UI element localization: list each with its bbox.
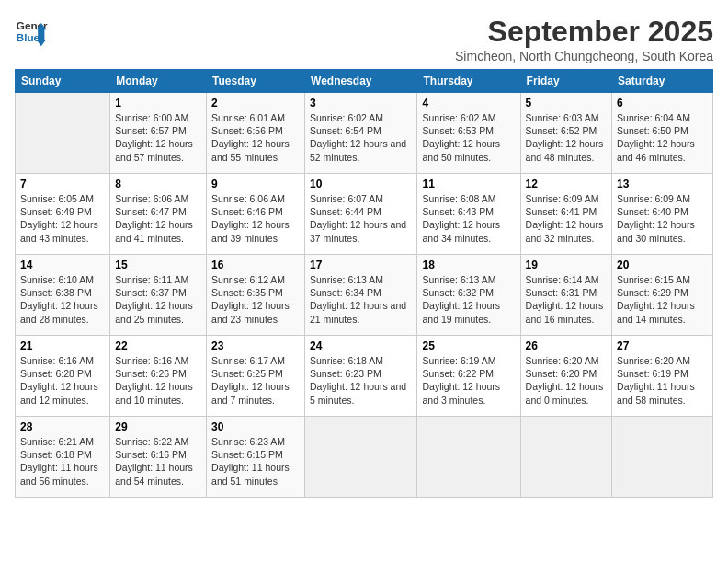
day-number: 18 (422, 259, 515, 271)
header-tuesday: Tuesday (207, 70, 305, 93)
calendar-cell: 13Sunrise: 6:09 AM Sunset: 6:40 PM Dayli… (612, 174, 713, 255)
day-number: 27 (617, 339, 708, 352)
header-sunday: Sunday (16, 70, 110, 93)
calendar-cell: 6Sunrise: 6:04 AM Sunset: 6:50 PM Daylig… (612, 93, 713, 174)
day-number: 17 (310, 259, 412, 271)
calendar-cell: 25Sunrise: 6:19 AM Sunset: 6:22 PM Dayli… (417, 336, 520, 417)
calendar-table: SundayMondayTuesdayWednesdayThursdayFrid… (15, 69, 713, 498)
day-info: Sunrise: 6:11 AM Sunset: 6:37 PM Dayligh… (115, 273, 201, 326)
calendar-cell: 27Sunrise: 6:20 AM Sunset: 6:19 PM Dayli… (612, 336, 713, 417)
subtitle: Simcheon, North Chungcheong, South Korea (455, 49, 713, 63)
day-number: 7 (20, 178, 105, 190)
day-info: Sunrise: 6:07 AM Sunset: 6:44 PM Dayligh… (310, 192, 412, 245)
day-number: 5 (526, 97, 607, 109)
header-monday: Monday (110, 70, 207, 93)
day-number: 16 (211, 259, 300, 271)
day-number: 19 (526, 259, 607, 271)
day-number: 6 (617, 97, 708, 109)
calendar-week-4: 21Sunrise: 6:16 AM Sunset: 6:28 PM Dayli… (16, 336, 713, 417)
day-info: Sunrise: 6:16 AM Sunset: 6:28 PM Dayligh… (20, 354, 105, 407)
day-number: 22 (115, 339, 201, 352)
day-info: Sunrise: 6:13 AM Sunset: 6:34 PM Dayligh… (310, 273, 412, 326)
calendar-cell: 12Sunrise: 6:09 AM Sunset: 6:41 PM Dayli… (520, 174, 611, 255)
day-number: 24 (310, 339, 412, 352)
day-info: Sunrise: 6:04 AM Sunset: 6:50 PM Dayligh… (617, 111, 708, 164)
header-thursday: Thursday (417, 70, 520, 93)
day-info: Sunrise: 6:12 AM Sunset: 6:35 PM Dayligh… (211, 273, 300, 326)
day-info: Sunrise: 6:06 AM Sunset: 6:47 PM Dayligh… (115, 192, 201, 245)
calendar-cell: 23Sunrise: 6:17 AM Sunset: 6:25 PM Dayli… (207, 336, 305, 417)
calendar-cell: 14Sunrise: 6:10 AM Sunset: 6:38 PM Dayli… (16, 255, 110, 336)
day-number: 15 (115, 259, 201, 271)
day-info: Sunrise: 6:08 AM Sunset: 6:43 PM Dayligh… (422, 192, 515, 245)
day-number: 13 (617, 178, 708, 190)
day-number: 2 (211, 97, 300, 109)
svg-text:Blue: Blue (17, 31, 40, 43)
day-info: Sunrise: 6:02 AM Sunset: 6:53 PM Dayligh… (422, 111, 515, 164)
day-info: Sunrise: 6:14 AM Sunset: 6:31 PM Dayligh… (526, 273, 607, 326)
calendar-cell: 19Sunrise: 6:14 AM Sunset: 6:31 PM Dayli… (520, 255, 611, 336)
day-info: Sunrise: 6:20 AM Sunset: 6:19 PM Dayligh… (617, 354, 708, 407)
calendar-week-3: 14Sunrise: 6:10 AM Sunset: 6:38 PM Dayli… (16, 255, 713, 336)
calendar-cell: 8Sunrise: 6:06 AM Sunset: 6:47 PM Daylig… (110, 174, 207, 255)
calendar-cell: 5Sunrise: 6:03 AM Sunset: 6:52 PM Daylig… (520, 93, 611, 174)
calendar-cell (16, 93, 110, 174)
calendar-cell: 11Sunrise: 6:08 AM Sunset: 6:43 PM Dayli… (417, 174, 520, 255)
day-info: Sunrise: 6:15 AM Sunset: 6:29 PM Dayligh… (617, 273, 708, 326)
day-info: Sunrise: 6:09 AM Sunset: 6:41 PM Dayligh… (526, 192, 607, 245)
calendar-cell: 9Sunrise: 6:06 AM Sunset: 6:46 PM Daylig… (207, 174, 305, 255)
calendar-cell (417, 417, 520, 498)
calendar-cell: 17Sunrise: 6:13 AM Sunset: 6:34 PM Dayli… (305, 255, 417, 336)
day-info: Sunrise: 6:23 AM Sunset: 6:15 PM Dayligh… (211, 435, 300, 488)
day-info: Sunrise: 6:05 AM Sunset: 6:49 PM Dayligh… (20, 192, 105, 245)
day-info: Sunrise: 6:21 AM Sunset: 6:18 PM Dayligh… (20, 435, 105, 488)
calendar-cell: 28Sunrise: 6:21 AM Sunset: 6:18 PM Dayli… (16, 417, 110, 498)
day-number: 20 (617, 259, 708, 271)
calendar-cell: 22Sunrise: 6:16 AM Sunset: 6:26 PM Dayli… (110, 336, 207, 417)
calendar-cell: 16Sunrise: 6:12 AM Sunset: 6:35 PM Dayli… (207, 255, 305, 336)
day-info: Sunrise: 6:20 AM Sunset: 6:20 PM Dayligh… (526, 354, 607, 407)
calendar-body: 1Sunrise: 6:00 AM Sunset: 6:57 PM Daylig… (16, 93, 713, 498)
day-number: 1 (115, 97, 201, 109)
calendar-cell: 2Sunrise: 6:01 AM Sunset: 6:56 PM Daylig… (207, 93, 305, 174)
calendar-header-row: SundayMondayTuesdayWednesdayThursdayFrid… (16, 70, 713, 93)
calendar-cell: 20Sunrise: 6:15 AM Sunset: 6:29 PM Dayli… (612, 255, 713, 336)
day-number: 25 (422, 339, 515, 352)
calendar-cell (520, 417, 611, 498)
day-number: 11 (422, 178, 515, 190)
day-info: Sunrise: 6:13 AM Sunset: 6:32 PM Dayligh… (422, 273, 515, 326)
header-saturday: Saturday (612, 70, 713, 93)
day-info: Sunrise: 6:03 AM Sunset: 6:52 PM Dayligh… (526, 111, 607, 164)
day-number: 12 (526, 178, 607, 190)
day-number: 8 (115, 178, 201, 190)
title-area: September 2025 Simcheon, North Chungcheo… (455, 15, 713, 63)
calendar-cell: 4Sunrise: 6:02 AM Sunset: 6:53 PM Daylig… (417, 93, 520, 174)
day-number: 21 (20, 339, 105, 352)
day-number: 10 (310, 178, 412, 190)
day-info: Sunrise: 6:00 AM Sunset: 6:57 PM Dayligh… (115, 111, 201, 164)
calendar-cell: 7Sunrise: 6:05 AM Sunset: 6:49 PM Daylig… (16, 174, 110, 255)
calendar-cell: 1Sunrise: 6:00 AM Sunset: 6:57 PM Daylig… (110, 93, 207, 174)
day-number: 3 (310, 97, 412, 109)
day-info: Sunrise: 6:09 AM Sunset: 6:40 PM Dayligh… (617, 192, 708, 245)
day-info: Sunrise: 6:10 AM Sunset: 6:38 PM Dayligh… (20, 273, 105, 326)
day-info: Sunrise: 6:02 AM Sunset: 6:54 PM Dayligh… (310, 111, 412, 164)
calendar-cell (305, 417, 417, 498)
calendar-cell: 3Sunrise: 6:02 AM Sunset: 6:54 PM Daylig… (305, 93, 417, 174)
calendar-week-1: 1Sunrise: 6:00 AM Sunset: 6:57 PM Daylig… (16, 93, 713, 174)
calendar-cell: 10Sunrise: 6:07 AM Sunset: 6:44 PM Dayli… (305, 174, 417, 255)
calendar-cell: 18Sunrise: 6:13 AM Sunset: 6:32 PM Dayli… (417, 255, 520, 336)
day-number: 14 (20, 259, 105, 271)
day-info: Sunrise: 6:06 AM Sunset: 6:46 PM Dayligh… (211, 192, 300, 245)
day-number: 4 (422, 97, 515, 109)
logo: General Blue (15, 15, 48, 48)
calendar-cell: 24Sunrise: 6:18 AM Sunset: 6:23 PM Dayli… (305, 336, 417, 417)
day-number: 28 (20, 420, 105, 433)
day-number: 30 (211, 420, 300, 433)
calendar-week-5: 28Sunrise: 6:21 AM Sunset: 6:18 PM Dayli… (16, 417, 713, 498)
day-info: Sunrise: 6:16 AM Sunset: 6:26 PM Dayligh… (115, 354, 201, 407)
header-friday: Friday (520, 70, 611, 93)
calendar-cell: 30Sunrise: 6:23 AM Sunset: 6:15 PM Dayli… (207, 417, 305, 498)
calendar-week-2: 7Sunrise: 6:05 AM Sunset: 6:49 PM Daylig… (16, 174, 713, 255)
day-number: 29 (115, 420, 201, 433)
